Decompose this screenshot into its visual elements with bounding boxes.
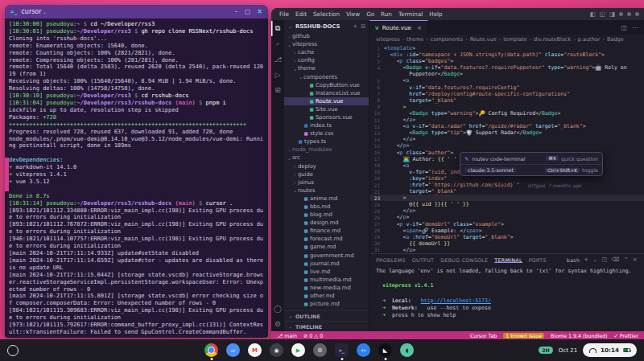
- explorer-icon[interactable]: ⧉: [271, 21, 284, 36]
- tree-item-Sponsors.vue[interactable]: ■Sponsors.vue: [284, 113, 369, 121]
- code-line[interactable]: 4 <Badge v-if="data.features?.requirePup…: [369, 64, 644, 71]
- search-icon[interactable]: ⌕: [271, 36, 284, 51]
- shelf-app-gmail[interactable]: M: [248, 343, 262, 357]
- tree-item-style.css[interactable]: ■style.css: [284, 129, 369, 137]
- code-line[interactable]: 5 <a: [369, 77, 644, 84]
- tree-item-deploy[interactable]: ›deploy: [284, 162, 369, 170]
- tree-item-InstanceList.vue[interactable]: ■InstanceList.vue: [284, 89, 369, 97]
- integrated-terminal[interactable]: The language 'env' is not loaded, fallin…: [369, 265, 644, 331]
- system-tray[interactable]: 2H Oct 21 10:14: [539, 343, 644, 357]
- tree-item-blog.md[interactable]: ■blog.md: [284, 211, 369, 219]
- tree-item-github[interactable]: ›github: [284, 32, 369, 40]
- new-file-icon[interactable]: +: [353, 23, 357, 30]
- code-line[interactable]: 8 target="_blank": [369, 97, 644, 104]
- tree-item-config[interactable]: ›config: [284, 56, 369, 64]
- status-tray-pill[interactable]: 10:14: [583, 343, 637, 357]
- timeline-section[interactable]: › TIMELINE: [284, 321, 369, 331]
- shelf-app-vscode[interactable]: ‹›: [357, 343, 370, 357]
- breadcrumb-item[interactable]: theme: [407, 36, 423, 43]
- code-line[interactable]: 1<template>: [369, 45, 644, 51]
- status-item-known-issues[interactable]: 1 known issue: [503, 333, 544, 338]
- maximize-panel-icon[interactable]: ⌃: [624, 256, 629, 263]
- settings-gear-icon[interactable]: ⚙: [271, 316, 284, 331]
- breadcrumb-item[interactable]: Route.vue: [470, 36, 497, 43]
- breadcrumb-item[interactable]: vitepress: [376, 36, 400, 43]
- code-line[interactable]: 11 </a>: [369, 117, 644, 123]
- menu-view[interactable]: View: [343, 10, 363, 18]
- popup-input[interactable]: routev code-terminal: [472, 156, 525, 162]
- tree-item-guide[interactable]: ›guide: [284, 170, 369, 178]
- layout-sidebar-icon[interactable]: ◧: [590, 10, 596, 18]
- code-line[interactable]: 25 </a>: [369, 207, 644, 214]
- code-line[interactable]: 27 <p v-if="demoUrl" class="example">: [369, 221, 644, 228]
- tree-item-index.ts[interactable]: ■index.ts: [284, 121, 369, 129]
- tab-route-vue[interactable]: V Route.vue ×: [369, 20, 428, 35]
- code-line[interactable]: 29 <a :href="demoUrl" target="_blank">: [369, 234, 644, 240]
- menu-go[interactable]: Go: [363, 10, 378, 18]
- menu-selection[interactable]: Selection: [310, 10, 343, 18]
- explorer-header[interactable]: ⌄ RSSHUB-DOCS + ⊟: [284, 20, 369, 32]
- maximize-icon[interactable]: ▢: [245, 9, 251, 15]
- code-editor[interactable]: 1<template>2 <div :id="namespace + JSON.…: [369, 44, 644, 253]
- shelf-app-chat[interactable]: ◖: [400, 343, 414, 357]
- terminal-output[interactable]: [10:30:00] pseudoyu:~ $ cd ~/Developer/r…: [5, 18, 268, 338]
- code-line[interactable]: 15 </p>: [369, 142, 644, 149]
- code-line[interactable]: 26 </p>: [369, 214, 644, 220]
- terminal-titlebar[interactable]: >_ cursor . – ▢ ×: [5, 5, 268, 18]
- shelf-app-cursor[interactable]: ◣: [378, 343, 392, 357]
- tree-item-design.md[interactable]: ■design.md: [284, 219, 369, 227]
- tree-item-routes[interactable]: ⌄routes: [284, 187, 369, 195]
- outline-section[interactable]: › OUTLINE: [284, 310, 369, 321]
- tree-item-picture.md[interactable]: ■picture.md: [284, 300, 369, 308]
- window-close-icon[interactable]: [635, 12, 639, 16]
- launcher-icon[interactable]: [7, 345, 19, 356]
- tree-item-theme[interactable]: ⌄theme: [284, 64, 369, 72]
- code-line[interactable]: Puppeteer</Badge>: [369, 71, 644, 77]
- shelf-app-terminal[interactable]: >_: [335, 343, 349, 357]
- tree-item-node_modules[interactable]: ›node_modules: [284, 146, 369, 154]
- menu-terminal[interactable]: Terminal: [395, 10, 426, 18]
- breadcrumb-item[interactable]: template: [503, 36, 526, 43]
- tree-item-bbs.md[interactable]: ■bbs.md: [284, 203, 369, 211]
- new-terminal-icon[interactable]: +: [584, 256, 588, 263]
- panel-tab-output[interactable]: OUTPUT: [412, 257, 434, 263]
- code-line[interactable]: 24 @{{ uid }}{{ ' ' }}: [369, 201, 644, 207]
- kill-terminal-icon[interactable]: ⌫: [611, 256, 619, 263]
- status-item-biome[interactable]: Biome 1.9.4 (bundled): [551, 333, 607, 338]
- code-line[interactable]: 14 </a>: [369, 136, 644, 142]
- code-line[interactable]: 21 :href="`https://github.com/${uid}`"DI…: [369, 182, 644, 188]
- split-terminal-icon[interactable]: ◫: [602, 256, 608, 263]
- window-minimize-icon[interactable]: [619, 12, 623, 16]
- layout-secondary-icon[interactable]: ◨: [609, 10, 615, 18]
- shelf-app-camera[interactable]: ◉: [270, 343, 283, 357]
- account-icon[interactable]: ◯: [271, 301, 284, 316]
- panel-tab-debug-console[interactable]: DEBUG CONSOLE: [440, 257, 488, 263]
- tree-item-Site.vue[interactable]: ■Site.vue: [284, 105, 369, 113]
- collapse-folders-icon[interactable]: ⊟: [361, 23, 365, 30]
- menu-file[interactable]: File: [276, 10, 292, 18]
- tree-item-live.md[interactable]: ■live.md: [284, 268, 369, 276]
- notification-badge[interactable]: 2H: [539, 347, 553, 354]
- panel-tab-ports[interactable]: PORTS: [529, 257, 547, 263]
- window-maximize-icon[interactable]: [627, 12, 631, 16]
- tree-item-types.ts[interactable]: ■types.ts: [284, 137, 369, 146]
- code-line[interactable]: 6 v-if="data.features?.requireConfig": [369, 84, 644, 91]
- shelf-app-play-store[interactable]: ▶: [291, 343, 305, 357]
- tree-item-forecast.md[interactable]: ■forecast.md: [284, 235, 369, 243]
- shell-label[interactable]: bash: [567, 257, 580, 263]
- breadcrumb-item[interactable]: components: [431, 36, 463, 43]
- tree-item-Route.vue[interactable]: ■Route.vue: [284, 97, 369, 105]
- tree-item-CopyButton.vue[interactable]: ■CopyButton.vue: [284, 81, 369, 89]
- tree-item-other.md[interactable]: ■other.md: [284, 292, 369, 300]
- breadcrumb-item[interactable]: p.author: [578, 36, 601, 43]
- tree-item-finance.md[interactable]: ■finance.md: [284, 227, 369, 235]
- panel-tab-terminal[interactable]: TERMINAL: [494, 257, 522, 263]
- code-line[interactable]: 9 >: [369, 104, 644, 110]
- tray-date[interactable]: Oct 21: [559, 347, 577, 354]
- close-icon[interactable]: ×: [257, 9, 262, 15]
- tree-item-joinus[interactable]: ›joinus: [284, 178, 369, 187]
- minimize-icon[interactable]: –: [235, 9, 238, 15]
- tree-item-journal.md[interactable]: ■journal.md: [284, 260, 369, 268]
- tree-item-anime.md[interactable]: ■anime.md: [284, 195, 369, 203]
- status-item-branch[interactable]: ⎇ main: [277, 333, 297, 338]
